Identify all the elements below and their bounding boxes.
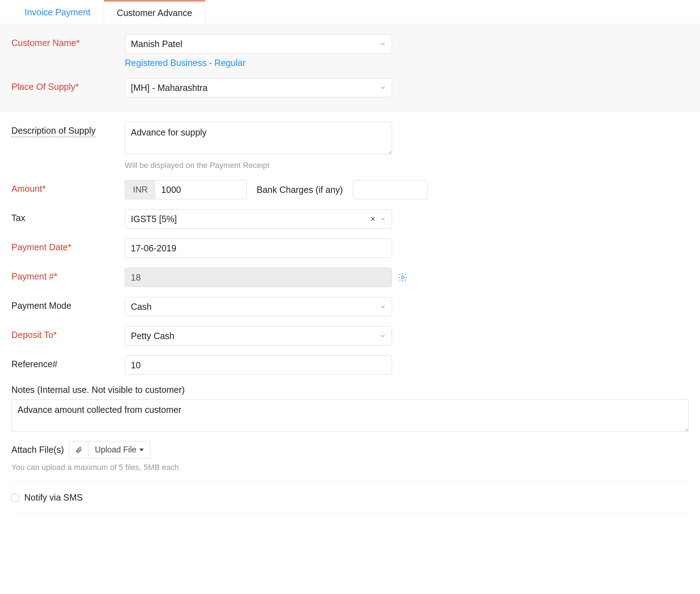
gear-icon[interactable] [398,272,408,282]
caret-down-icon [139,449,144,451]
separator [11,513,689,513]
currency-prefix: INR [125,180,155,199]
label-reference: Reference# [11,355,125,369]
reference-input[interactable] [125,355,392,375]
customer-type-link[interactable]: Registered Business - Regular [125,58,246,68]
description-input[interactable] [125,122,392,154]
tab-invoice-payment[interactable]: Invoice Payment [11,0,104,24]
upload-file-button[interactable]: Upload File [88,441,150,458]
place-of-supply-select[interactable]: [MH] - Maharashtra [125,78,392,97]
upload-file-label: Upload File [95,445,136,455]
tax-clear-icon[interactable]: × [367,213,378,224]
svg-point-0 [402,276,404,279]
payment-mode-value: Cash [131,301,380,313]
customer-name-value: Manish Patel [131,38,380,50]
chevron-down-icon [380,216,386,222]
attach-icon-button[interactable] [69,441,88,458]
label-customer-name: Customer Name* [11,34,125,48]
label-payment-no: Payment #* [11,268,125,282]
tax-select[interactable]: IGST5 [5%] × [125,209,392,229]
payment-date-input[interactable] [125,239,392,258]
chevron-down-icon [380,85,386,91]
notify-sms-checkbox[interactable] [11,494,19,502]
chevron-down-icon [380,303,386,310]
deposit-to-select[interactable]: Petty Cash [125,326,392,345]
label-tax: Tax [11,209,125,223]
label-notes: Notes (Internal use. Not visible to cust… [11,385,689,395]
bank-charges-input[interactable] [353,180,428,199]
place-of-supply-value: [MH] - Maharashtra [131,82,380,94]
chevron-down-icon [380,41,386,47]
label-payment-date: Payment Date* [11,239,125,252]
payment-mode-select[interactable]: Cash [125,297,392,316]
label-amount: Amount* [11,180,125,194]
label-payment-mode: Payment Mode [11,297,125,311]
paperclip-icon [75,446,82,454]
label-place-of-supply: Place Of Supply* [11,78,125,92]
chevron-down-icon [380,333,386,339]
amount-input[interactable] [155,180,247,199]
customer-name-select[interactable]: Manish Patel [125,34,392,53]
tax-value: IGST5 [5%] [131,213,367,225]
label-notify-sms: Notify via SMS [24,492,83,503]
notes-input[interactable] [11,399,689,432]
upload-hint: You can upload a maximum of 5 files, 5MB… [11,463,689,472]
tabs: Invoice Payment Customer Advance [0,0,700,24]
tab-customer-advance[interactable]: Customer Advance [104,0,205,24]
description-hint: Will be displayed on the Payment Receipt [125,161,392,170]
payment-no-input[interactable] [125,268,392,287]
deposit-to-value: Petty Cash [131,330,380,342]
separator [11,482,689,482]
label-attach: Attach File(s) [11,445,64,455]
label-deposit-to: Deposit To* [11,326,125,340]
label-bank-charges: Bank Charges (if any) [257,185,343,195]
label-description: Description of Supply [11,122,125,137]
